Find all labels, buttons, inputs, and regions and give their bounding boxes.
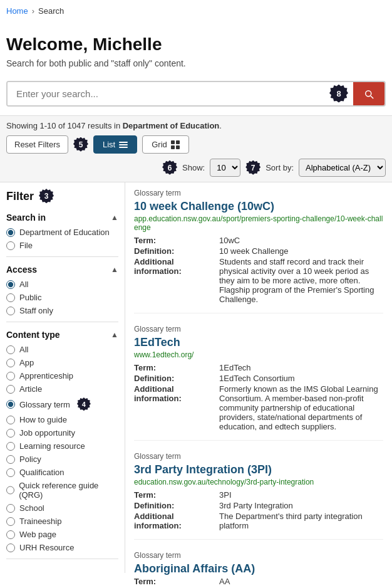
welcome-title: Welcome, Michelle — [6, 34, 386, 55]
content-type-school[interactable]: School — [6, 503, 118, 513]
sidebar: Filter 3 Search in ▲ Department of Educa… — [0, 182, 125, 573]
access-option-staff[interactable]: Staff only — [6, 306, 118, 315]
content-type-title: Content type — [6, 330, 60, 340]
result-meta-2: Term: 1EdTech Definition: 1EdTech Consor… — [134, 363, 383, 431]
content-type-apprenticeship[interactable]: Apprenticeship — [6, 371, 118, 381]
badge-8: 8 — [329, 85, 348, 103]
breadcrumb-current: Search — [38, 6, 64, 16]
header: Welcome, Michelle Search for both public… — [0, 22, 392, 75]
access-option-public[interactable]: Public — [6, 293, 118, 302]
chevron-up-icon-3: ▲ — [111, 330, 118, 339]
search-in-title: Search in — [6, 213, 46, 223]
results-bar: Showing 1-10 of 1047 results in Departme… — [0, 115, 392, 182]
result-type-4: Glossary term — [134, 551, 383, 560]
grid-view-button[interactable]: Grid — [142, 135, 189, 154]
result-url-2: www.1edtech.org/ — [134, 350, 383, 359]
content-type-app[interactable]: App — [6, 358, 118, 367]
access-section: Access ▲ All Public Staff only — [6, 265, 118, 322]
result-url-3: education.nsw.gov.au/technology/3rd-part… — [134, 478, 383, 486]
access-header[interactable]: Access ▲ — [6, 265, 118, 275]
result-title-3[interactable]: 3rd Party Integration (3PI) — [134, 463, 383, 476]
content-type-glossary[interactable]: Glossary term 4 — [6, 397, 118, 411]
access-options: All Public Staff only — [6, 280, 118, 315]
badge-3: 3 — [39, 189, 54, 204]
result-card-1: Glossary term 10 week Challenge (10wC) a… — [134, 189, 383, 313]
content-type-webpage[interactable]: Web page — [6, 530, 118, 539]
search-in-header[interactable]: Search in ▲ — [6, 213, 118, 223]
results-count: Showing 1-10 of 1047 results in Departme… — [6, 121, 386, 130]
search-bar: 8 — [6, 81, 386, 107]
list-icon — [119, 140, 128, 149]
search-in-option-doe[interactable]: Department of Education — [6, 228, 118, 237]
result-title-4[interactable]: Aboriginal Affairs (AA) — [134, 562, 383, 575]
result-meta-3: Term: 3PI Definition: 3rd Party Integrat… — [134, 490, 383, 530]
content-type-urh[interactable]: URH Resource — [6, 543, 118, 552]
result-url-1: app.education.nsw.gov.au/sport/premiers-… — [134, 214, 383, 232]
chevron-up-icon-2: ▲ — [111, 265, 118, 274]
result-card-4: Glossary term Aboriginal Affairs (AA) Te… — [134, 551, 383, 588]
main-layout: Filter 3 Search in ▲ Department of Educa… — [0, 182, 392, 588]
content-type-howto[interactable]: How to guide — [6, 415, 118, 424]
breadcrumb-home[interactable]: Home — [6, 6, 28, 16]
results-area: Glossary term 10 week Challenge (10wC) a… — [125, 182, 392, 588]
list-view-button[interactable]: List — [93, 135, 137, 154]
result-type-3: Glossary term — [134, 452, 383, 461]
sort-select[interactable]: Alphabetical (A-Z) Alphabetical (Z-A) Mo… — [299, 159, 386, 177]
breadcrumb: Home › Search — [0, 0, 392, 22]
result-card-2: Glossary term 1EdTech www.1edtech.org/ T… — [134, 325, 383, 441]
content-type-policy[interactable]: Policy — [6, 454, 118, 464]
reset-filters-button[interactable]: Reset Filters — [6, 135, 68, 154]
badge-5: 5 — [73, 137, 88, 152]
content-type-qualification[interactable]: Qualification — [6, 468, 118, 477]
search-in-options: Department of Education File — [6, 228, 118, 250]
search-icon — [363, 88, 374, 100]
chevron-up-icon: ▲ — [111, 213, 118, 222]
grid-icon — [171, 140, 180, 149]
toolbar-row: Reset Filters 5 List Grid 6 Show: 10 25 … — [6, 135, 386, 177]
result-meta-4: Term: AA — [134, 577, 383, 586]
search-button[interactable] — [353, 82, 384, 105]
show-select[interactable]: 10 25 50 — [210, 159, 240, 177]
access-option-all[interactable]: All — [6, 280, 118, 289]
header-subtitle: Search for both public and "staff only" … — [6, 58, 386, 68]
result-type-2: Glossary term — [134, 325, 383, 333]
content-type-job[interactable]: Job opportunity — [6, 428, 118, 438]
badge-4: 4 — [77, 397, 91, 411]
result-title-1[interactable]: 10 week Challenge (10wC) — [134, 200, 383, 213]
search-in-section: Search in ▲ Department of Education File — [6, 213, 118, 257]
result-title-2[interactable]: 1EdTech — [134, 336, 383, 349]
access-title: Access — [6, 265, 37, 275]
content-type-learning[interactable]: Learning resource — [6, 441, 118, 451]
search-section: 8 — [0, 75, 392, 115]
badge-7: 7 — [245, 160, 260, 176]
search-input[interactable] — [8, 82, 324, 105]
content-type-traineeship[interactable]: Traineeship — [6, 517, 118, 526]
content-type-qrg[interactable]: Quick reference guide (QRG) — [6, 481, 118, 500]
result-card-3: Glossary term 3rd Party Integration (3PI… — [134, 452, 383, 540]
content-type-options: All App Apprenticeship Article Glossary … — [6, 345, 118, 552]
content-type-section: Content type ▲ All App Apprenticeship Ar… — [6, 330, 118, 559]
sort-label: Sort by: — [266, 163, 294, 172]
filter-heading: Filter 3 — [6, 189, 118, 204]
badge-6: 6 — [162, 160, 177, 176]
content-type-all[interactable]: All — [6, 345, 118, 354]
content-type-header[interactable]: Content type ▲ — [6, 330, 118, 340]
result-type-1: Glossary term — [134, 189, 383, 197]
breadcrumb-separator: › — [32, 6, 34, 16]
search-in-option-file[interactable]: File — [6, 241, 118, 250]
content-type-article[interactable]: Article — [6, 384, 118, 394]
show-label: Show: — [182, 163, 205, 172]
result-meta-1: Term: 10wC Definition: 10 week Challenge… — [134, 236, 383, 304]
